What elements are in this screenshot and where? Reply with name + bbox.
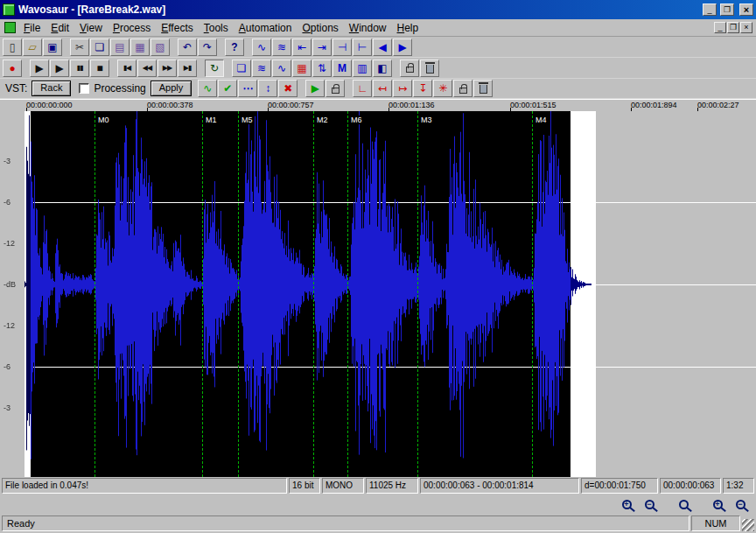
delete-markers-button[interactable] xyxy=(420,60,439,77)
cursor-right-button[interactable]: ▶ xyxy=(393,39,412,56)
resize-grip[interactable] xyxy=(742,519,754,531)
mdi-close-button[interactable]: × xyxy=(740,22,752,33)
record-to-cursor-button[interactable]: ↦ xyxy=(393,80,412,97)
record-lock-button[interactable] xyxy=(453,80,472,97)
title-bar[interactable]: Wavosaur - [RareBreak2.wav] _ ❐ × xyxy=(0,0,756,19)
record-button[interactable]: ● xyxy=(3,60,22,77)
marker-line-M2[interactable] xyxy=(313,111,314,477)
lock-markers-button[interactable] xyxy=(400,60,419,77)
vst-remove-button[interactable]: ✖ xyxy=(278,80,298,97)
time-ruler[interactable]: 00:00:00:00000:00:00:37800:00:00:75700:0… xyxy=(0,99,756,111)
marker-label-M6[interactable]: M6 xyxy=(349,116,364,124)
copy-button[interactable]: ❏ xyxy=(90,39,109,56)
zoom-selection-button[interactable] xyxy=(673,496,694,512)
marker-line-M1[interactable] xyxy=(202,111,203,477)
marker-label-M4[interactable]: M4 xyxy=(534,116,549,124)
new-file-button[interactable]: ▯ xyxy=(3,39,22,56)
marker-line-M0[interactable] xyxy=(94,111,95,477)
marker-label-M2[interactable]: M2 xyxy=(315,116,330,124)
help-button[interactable]: ? xyxy=(225,39,244,56)
menu-help[interactable]: Help xyxy=(392,20,424,36)
cut-button[interactable]: ✂ xyxy=(70,39,89,56)
record-burst-button[interactable]: ✳ xyxy=(433,80,452,97)
waveform-display[interactable] xyxy=(0,111,756,477)
menu-view[interactable]: View xyxy=(74,20,108,36)
insert-marker-button[interactable]: M xyxy=(332,60,352,77)
record-trash-button[interactable] xyxy=(473,80,493,97)
rewind-button[interactable]: ◀◀ xyxy=(137,60,157,77)
goto-end-button[interactable]: ▶▮ xyxy=(178,60,197,77)
paste-mix-button[interactable]: ▧ xyxy=(150,39,170,56)
marker-label-M3[interactable]: M3 xyxy=(419,116,434,124)
record-mode-button[interactable]: ∟ xyxy=(353,80,372,97)
minimize-button[interactable]: _ xyxy=(703,4,717,16)
channel-converter-button[interactable]: ⇅ xyxy=(312,60,332,77)
record-to-start-button[interactable]: ↤ xyxy=(373,80,392,97)
split-regions-button[interactable]: ▥ xyxy=(353,60,372,77)
processing-checkbox[interactable] xyxy=(79,83,89,94)
marker-line-M5[interactable] xyxy=(238,111,239,477)
cursor-left-button[interactable]: ◀ xyxy=(373,39,392,56)
zoom-vertical-out-button[interactable]: − xyxy=(730,496,751,512)
document-icon[interactable] xyxy=(4,22,16,33)
zoom-selection-button[interactable]: ∿ xyxy=(252,39,271,56)
mdi-minimize-button[interactable]: _ xyxy=(714,22,726,33)
invert-selection-button[interactable]: ◧ xyxy=(373,60,392,77)
vst-process-check-icon: ✔ xyxy=(223,83,232,94)
menu-process[interactable]: Process xyxy=(108,20,156,36)
previous-marker-button[interactable]: ⊣ xyxy=(332,39,352,56)
vst-process-check-button[interactable]: ✔ xyxy=(218,80,237,97)
marker-label-M0[interactable]: M0 xyxy=(96,116,111,124)
pause-button[interactable]: ▮▮ xyxy=(70,60,89,77)
open-file-button[interactable]: ▱ xyxy=(23,39,42,56)
zoom-in-button[interactable]: + xyxy=(616,496,637,512)
stop-button[interactable]: ■ xyxy=(90,60,109,77)
copy-to-new-button[interactable]: ❏ xyxy=(232,60,251,77)
marker-line-M3[interactable] xyxy=(417,111,418,477)
save-file-button[interactable]: ▣ xyxy=(43,39,62,56)
mdi-restore-button[interactable]: ❐ xyxy=(727,22,739,33)
menu-tools[interactable]: Tools xyxy=(199,20,234,36)
paste-button[interactable]: ▤ xyxy=(110,39,130,56)
menu-edit[interactable]: Edit xyxy=(46,20,74,36)
cut-icon: ✂ xyxy=(75,42,84,53)
vst-lock-button[interactable] xyxy=(326,80,345,97)
envelope-view-button[interactable]: ∿ xyxy=(272,60,291,77)
zoom-out-button[interactable]: − xyxy=(639,496,660,512)
selection-to-end-button[interactable]: ⇥ xyxy=(312,39,332,56)
vst-params-button[interactable]: ⋯ xyxy=(238,80,257,97)
play-from-cursor-button[interactable]: ▶ xyxy=(30,60,49,77)
record-insert-button[interactable]: ↧ xyxy=(413,80,432,97)
play-button[interactable]: ▶ xyxy=(50,60,69,77)
marker-line-M4[interactable] xyxy=(532,111,533,477)
menu-automation[interactable]: Automation xyxy=(234,20,298,36)
marker-label-M5[interactable]: M5 xyxy=(240,116,255,124)
delete-selection-button[interactable]: ▦ xyxy=(292,60,312,77)
app-icon[interactable] xyxy=(3,4,15,16)
redo-button[interactable]: ↷ xyxy=(198,39,217,56)
marker-line-M6[interactable] xyxy=(347,111,348,477)
zoom-vertical-in-button[interactable]: + xyxy=(707,496,728,512)
vst-play-button[interactable]: ▶ xyxy=(305,80,325,97)
paste-special-button[interactable]: ▦ xyxy=(130,39,150,56)
vst-rack-button[interactable]: Rack xyxy=(32,81,71,96)
next-marker-button[interactable]: ⊢ xyxy=(353,39,372,56)
vst-wave-button[interactable]: ∿ xyxy=(198,80,217,97)
fast-forward-button[interactable]: ▶▶ xyxy=(158,60,177,77)
play-from-cursor-icon: ▶ xyxy=(35,63,43,74)
view-all-button[interactable]: ≋ xyxy=(272,39,291,56)
goto-start-button[interactable]: ▮◀ xyxy=(117,60,136,77)
selection-to-start-button[interactable]: ⇤ xyxy=(292,39,312,56)
menu-effects[interactable]: Effects xyxy=(156,20,198,36)
vst-apply-button[interactable]: Apply xyxy=(150,81,192,96)
menu-options[interactable]: Options xyxy=(297,20,343,36)
close-button[interactable]: × xyxy=(739,4,753,16)
marker-label-M1[interactable]: M1 xyxy=(204,116,219,124)
menu-window[interactable]: Window xyxy=(344,20,392,36)
loop-button[interactable]: ↻ xyxy=(205,60,224,77)
spectrum-view-button[interactable]: ≋ xyxy=(252,60,271,77)
vst-updown-button[interactable]: ↕ xyxy=(258,80,277,97)
menu-file[interactable]: File xyxy=(18,20,46,36)
restore-button[interactable]: ❐ xyxy=(720,4,734,16)
undo-button[interactable]: ↶ xyxy=(178,39,197,56)
